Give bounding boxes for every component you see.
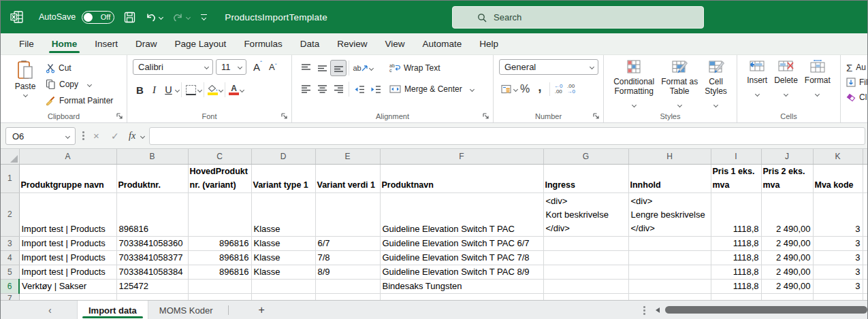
save-button[interactable]	[124, 12, 135, 23]
cell-G1[interactable]: Ingress	[543, 164, 628, 192]
cell-I4[interactable]: 1118,8	[711, 250, 761, 265]
cell-F1[interactable]: Produktnavn	[380, 164, 543, 192]
cell-J5[interactable]: 2 490,00	[761, 265, 813, 279]
cell-H2[interactable]: <div> Lengre beskrivelse </div>	[628, 192, 711, 236]
ribbon-tab-data[interactable]: Data	[291, 33, 329, 54]
add-sheet-button[interactable]: +	[249, 301, 274, 319]
cell-I5[interactable]: 1118,8	[711, 265, 761, 279]
cell-B2[interactable]: 896816	[116, 192, 188, 236]
ribbon-tab-page-layout[interactable]: Page Layout	[166, 33, 236, 54]
cell-G4[interactable]	[543, 250, 628, 265]
undo-button[interactable]	[145, 12, 163, 23]
cell-B6[interactable]: 125472	[116, 279, 188, 293]
cell-G6[interactable]	[543, 279, 628, 293]
cell-K6[interactable]: 3	[813, 279, 863, 293]
fill-color-dropdown-chevron[interactable]	[219, 87, 223, 92]
autosum-button[interactable]: Σ Au	[846, 60, 867, 75]
insert-function-button[interactable]: fx	[129, 131, 135, 141]
cell-D6[interactable]	[251, 279, 315, 293]
cell-D1[interactable]: Variant type 1	[251, 164, 315, 192]
underline-button[interactable]: U	[161, 82, 176, 98]
cell-J2[interactable]: 2 490,00	[761, 192, 813, 236]
cell-K7[interactable]	[813, 293, 863, 300]
col-header-D[interactable]: D	[251, 149, 315, 164]
cell-F3[interactable]: Guideline Elevation Switch T PAC 6/7	[380, 236, 543, 250]
cell-I1[interactable]: Pris 1 eks. mva	[711, 164, 761, 192]
cell-C6[interactable]	[188, 279, 251, 293]
row-header-5[interactable]: 5	[1, 265, 19, 279]
grow-font-button[interactable]: Aˆ	[253, 61, 262, 73]
ribbon-tab-file[interactable]: File	[10, 33, 43, 54]
percent-style-button[interactable]: %	[517, 81, 532, 97]
col-header-G[interactable]: G	[543, 149, 628, 164]
cell-G3[interactable]	[543, 236, 628, 250]
italic-button[interactable]: I	[147, 82, 161, 98]
cell-K5[interactable]: 3	[813, 265, 863, 279]
alignment-dialog-launcher[interactable]	[483, 113, 489, 120]
cell-K4[interactable]: 3	[813, 250, 863, 265]
cell-J1[interactable]: Pris 2 eks. mva	[761, 164, 813, 192]
col-header-C[interactable]: C	[188, 149, 251, 164]
cell-B3[interactable]: 7033841058360	[116, 236, 188, 250]
cell-I7[interactable]	[711, 293, 761, 300]
cell-J4[interactable]: 2 490,00	[761, 250, 813, 265]
cell-E7[interactable]	[315, 293, 380, 300]
cell-I6[interactable]: 1118,8	[711, 279, 761, 293]
format-painter-button[interactable]: Format Painter	[46, 93, 113, 109]
cell-G2[interactable]: <div> Kort beskrivelse </div>	[543, 192, 628, 236]
sheet-nav-prev-button[interactable]: ‹	[48, 301, 52, 319]
scroll-left-arrow[interactable]	[656, 307, 660, 313]
fill-button[interactable]: Fil	[846, 75, 867, 90]
align-right-button[interactable]	[330, 81, 347, 97]
cell-G7[interactable]	[543, 293, 628, 300]
font-color-button[interactable]: A	[229, 85, 239, 95]
copy-button[interactable]: Copy	[46, 76, 113, 93]
enter-button[interactable]: ✓	[111, 131, 119, 141]
cell-C1[interactable]: HovedProdukt nr. (variant)	[188, 164, 251, 192]
cell-F7[interactable]	[380, 293, 543, 300]
cell-H1[interactable]: Innhold	[628, 164, 711, 192]
autosave-toggle[interactable]: Off	[82, 11, 114, 24]
cell-partial-2[interactable]	[863, 192, 867, 236]
col-header-I[interactable]: I	[711, 149, 761, 164]
shrink-font-button[interactable]: Aˇ	[269, 61, 277, 72]
number-dialog-launcher[interactable]	[593, 113, 600, 120]
font-size-combo[interactable]: 11	[216, 59, 246, 75]
ribbon-tab-home[interactable]: Home	[43, 33, 86, 54]
cell-A6[interactable]: Verktøy | Sakser	[19, 279, 116, 293]
clipboard-dialog-launcher[interactable]	[116, 113, 123, 120]
underline-dropdown-chevron[interactable]	[175, 87, 180, 92]
cell-B7[interactable]	[116, 293, 188, 300]
cell-F6[interactable]: Bindesaks Tungsten	[380, 279, 543, 293]
font-dialog-launcher[interactable]	[281, 113, 288, 120]
col-header-H[interactable]: H	[628, 149, 711, 164]
cell-partial-7[interactable]	[863, 293, 867, 300]
row-header-6[interactable]: 6	[1, 279, 19, 293]
cell-K3[interactable]: 3	[813, 236, 863, 250]
fill-color-button[interactable]	[208, 85, 218, 95]
cell-A5[interactable]: Import test | Products	[19, 265, 116, 279]
cell-C5[interactable]: 896816	[188, 265, 251, 279]
ribbon-tab-help[interactable]: Help	[470, 33, 507, 54]
cell-D3[interactable]: Klasse	[251, 236, 315, 250]
ribbon-tab-view[interactable]: View	[376, 33, 413, 54]
cell-partial-6[interactable]	[863, 279, 867, 293]
col-header-K[interactable]: K	[813, 149, 863, 164]
quick-access-customize-button[interactable]	[201, 14, 207, 20]
select-all-corner[interactable]	[1, 149, 19, 164]
ribbon-tab-review[interactable]: Review	[328, 33, 376, 54]
bold-button[interactable]: B	[133, 82, 147, 98]
align-top-button[interactable]	[298, 60, 314, 76]
cell-partial-1[interactable]	[863, 164, 867, 192]
redo-button[interactable]	[172, 12, 190, 23]
row-header-3[interactable]: 3	[1, 236, 19, 250]
col-header-A[interactable]: A	[19, 149, 116, 164]
horizontal-scrollbar-thumb[interactable]	[665, 306, 867, 314]
ribbon-tab-automate[interactable]: Automate	[413, 33, 470, 54]
align-bottom-button[interactable]	[330, 60, 347, 76]
clear-button[interactable]: Cl	[846, 90, 867, 105]
comma-style-button[interactable]: ,	[532, 79, 547, 95]
align-center-button[interactable]	[314, 81, 330, 97]
cell-C4[interactable]: 896816	[188, 250, 251, 265]
align-left-button[interactable]	[298, 81, 314, 97]
